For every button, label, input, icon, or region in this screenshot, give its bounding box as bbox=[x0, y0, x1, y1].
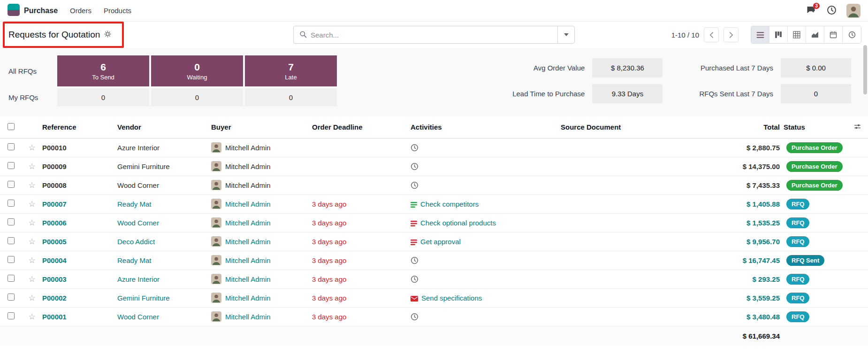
row-activity[interactable] bbox=[411, 270, 561, 288]
status-badge: RFQ bbox=[786, 274, 809, 285]
column-buyer[interactable]: Buyer bbox=[211, 116, 312, 138]
row-buyer-name: Mitchell Admin bbox=[225, 144, 271, 152]
view-activity-button[interactable] bbox=[843, 26, 861, 43]
select-all-checkbox[interactable] bbox=[8, 123, 15, 130]
row-activity[interactable] bbox=[411, 138, 561, 157]
purchase-app-icon bbox=[8, 4, 20, 17]
search-options-toggle[interactable] bbox=[557, 26, 574, 43]
view-calendar-button[interactable] bbox=[824, 26, 843, 43]
my-rfqs-to-send[interactable]: 0 bbox=[57, 88, 149, 106]
view-pivot-button[interactable] bbox=[788, 26, 806, 43]
filter-all-rfqs[interactable]: All RFQs bbox=[0, 55, 55, 86]
column-status[interactable]: Status bbox=[784, 116, 847, 138]
row-checkbox[interactable] bbox=[8, 200, 15, 207]
table-row[interactable]: ☆ P00004 Ready Mat Mitchell Admin 3 days… bbox=[0, 251, 868, 270]
pager-range: 1-10 / 10 bbox=[671, 31, 699, 39]
row-checkbox[interactable] bbox=[8, 218, 15, 225]
row-activity[interactable] bbox=[411, 157, 561, 176]
purchase-dashboard: All RFQs 6 To Send 0 Waiting 7 Late My R… bbox=[0, 48, 868, 116]
my-rfqs-late[interactable]: 0 bbox=[245, 88, 337, 106]
status-badge: RFQ bbox=[786, 236, 809, 247]
view-kanban-button[interactable] bbox=[769, 26, 788, 43]
view-graph-button[interactable] bbox=[806, 26, 824, 43]
row-checkbox[interactable] bbox=[8, 237, 15, 244]
table-row[interactable]: ☆ P00007 Ready Mat Mitchell Admin 3 days… bbox=[0, 194, 868, 213]
optional-columns-icon[interactable] bbox=[853, 124, 861, 132]
favorite-star-icon[interactable]: ☆ bbox=[28, 237, 35, 246]
column-vendor[interactable]: Vendor bbox=[117, 116, 211, 138]
row-activity[interactable]: Get approval bbox=[411, 232, 561, 251]
row-checkbox[interactable] bbox=[8, 181, 15, 188]
buyer-avatar bbox=[211, 199, 221, 209]
row-source-document bbox=[561, 288, 701, 307]
row-reference: P00010 bbox=[42, 138, 117, 157]
stat-purchased-7-days[interactable]: $ 0.00 bbox=[781, 58, 851, 77]
status-badge: RFQ Sent bbox=[786, 255, 824, 266]
row-checkbox[interactable] bbox=[8, 275, 15, 282]
user-avatar[interactable] bbox=[846, 4, 860, 18]
view-list-button[interactable] bbox=[751, 26, 769, 43]
status-badge: Purchase Order bbox=[786, 180, 843, 191]
favorite-star-icon[interactable]: ☆ bbox=[28, 143, 35, 152]
stat-lead-time[interactable]: 9.33 Days bbox=[592, 84, 662, 103]
dashboard-box-late[interactable]: 7 Late bbox=[245, 55, 337, 86]
dashboard-box-waiting[interactable]: 0 Waiting bbox=[151, 55, 243, 86]
table-row[interactable]: ☆ P00009 Gemini Furniture Mitchell Admin… bbox=[0, 157, 868, 176]
row-checkbox[interactable] bbox=[8, 294, 15, 301]
favorite-star-icon[interactable]: ☆ bbox=[28, 275, 35, 284]
favorite-star-icon[interactable]: ☆ bbox=[28, 218, 35, 227]
favorite-star-icon[interactable]: ☆ bbox=[28, 312, 35, 321]
column-source-document[interactable]: Source Document bbox=[561, 116, 701, 138]
row-activity[interactable]: Check optional products bbox=[411, 213, 561, 232]
messages-button[interactable]: 3 bbox=[805, 5, 816, 16]
scrollbar[interactable] bbox=[863, 45, 867, 94]
row-checkbox[interactable] bbox=[8, 143, 15, 150]
action-menu-button[interactable] bbox=[104, 31, 111, 39]
row-activity[interactable] bbox=[411, 307, 561, 326]
row-activity[interactable] bbox=[411, 251, 561, 270]
row-checkbox[interactable] bbox=[8, 256, 15, 263]
search-input[interactable] bbox=[311, 31, 552, 39]
column-order-deadline[interactable]: Order Deadline bbox=[312, 116, 411, 138]
row-vendor: Azure Interior bbox=[117, 270, 211, 288]
table-row[interactable]: ☆ P00008 Wood Corner Mitchell Admin $ 7,… bbox=[0, 176, 868, 194]
stat-rfqs-sent-7-days[interactable]: 0 bbox=[781, 84, 851, 103]
row-deadline bbox=[312, 138, 411, 157]
table-row[interactable]: ☆ P00001 Wood Corner Mitchell Admin 3 da… bbox=[0, 307, 868, 326]
favorite-star-icon[interactable]: ☆ bbox=[28, 200, 35, 209]
menu-products[interactable]: Products bbox=[104, 7, 131, 15]
late-count: 7 bbox=[288, 62, 294, 73]
column-reference[interactable]: Reference bbox=[42, 116, 117, 138]
my-rfqs-waiting[interactable]: 0 bbox=[151, 88, 243, 106]
row-checkbox[interactable] bbox=[8, 162, 15, 169]
favorite-star-icon[interactable]: ☆ bbox=[28, 162, 35, 171]
column-activities[interactable]: Activities bbox=[411, 116, 561, 138]
favorite-star-icon[interactable]: ☆ bbox=[28, 256, 35, 265]
table-row[interactable]: ☆ P00003 Azure Interior Mitchell Admin 3… bbox=[0, 270, 868, 288]
row-activity[interactable]: Send specifications bbox=[411, 288, 561, 307]
column-total[interactable]: Total bbox=[701, 116, 784, 138]
row-activity[interactable]: Check competitors bbox=[411, 194, 561, 213]
buyer-avatar bbox=[211, 217, 221, 228]
row-source-document bbox=[561, 213, 701, 232]
favorite-star-icon[interactable]: ☆ bbox=[28, 181, 35, 190]
table-row[interactable]: ☆ P00006 Wood Corner Mitchell Admin 3 da… bbox=[0, 213, 868, 232]
pager-previous-button[interactable] bbox=[704, 27, 719, 42]
favorite-star-icon[interactable]: ☆ bbox=[28, 294, 35, 302]
table-row[interactable]: ☆ P00005 Deco Addict Mitchell Admin 3 da… bbox=[0, 232, 868, 251]
table-row[interactable]: ☆ P00002 Gemini Furniture Mitchell Admin… bbox=[0, 288, 868, 307]
stat-avg-order-value[interactable]: $ 8,230.36 bbox=[592, 58, 662, 77]
dashboard-box-to-send[interactable]: 6 To Send bbox=[57, 55, 149, 86]
pager-next-button[interactable] bbox=[723, 27, 739, 42]
table-row[interactable]: ☆ P00010 Azure Interior Mitchell Admin $… bbox=[0, 138, 868, 157]
menu-orders[interactable]: Orders bbox=[70, 7, 91, 15]
late-label: Late bbox=[285, 74, 297, 81]
activities-button[interactable] bbox=[826, 5, 837, 16]
row-total: $ 3,559.25 bbox=[701, 288, 784, 307]
filter-my-rfqs[interactable]: My RFQs bbox=[0, 88, 55, 106]
row-activity[interactable] bbox=[411, 176, 561, 194]
status-badge: RFQ bbox=[786, 293, 809, 303]
row-total: $ 1,535.25 bbox=[701, 213, 784, 232]
row-checkbox[interactable] bbox=[8, 312, 15, 319]
app-switcher[interactable]: Purchase bbox=[8, 4, 58, 17]
